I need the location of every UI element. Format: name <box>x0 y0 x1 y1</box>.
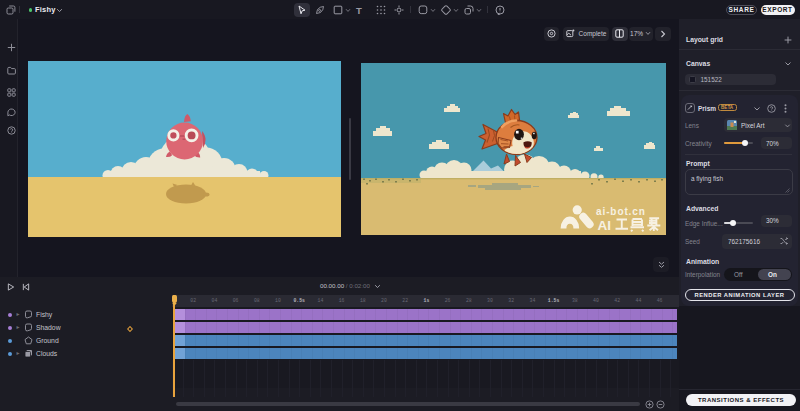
svg-text:ai-bot.cn: ai-bot.cn <box>596 206 646 217</box>
svg-text:AI: AI <box>598 218 612 233</box>
